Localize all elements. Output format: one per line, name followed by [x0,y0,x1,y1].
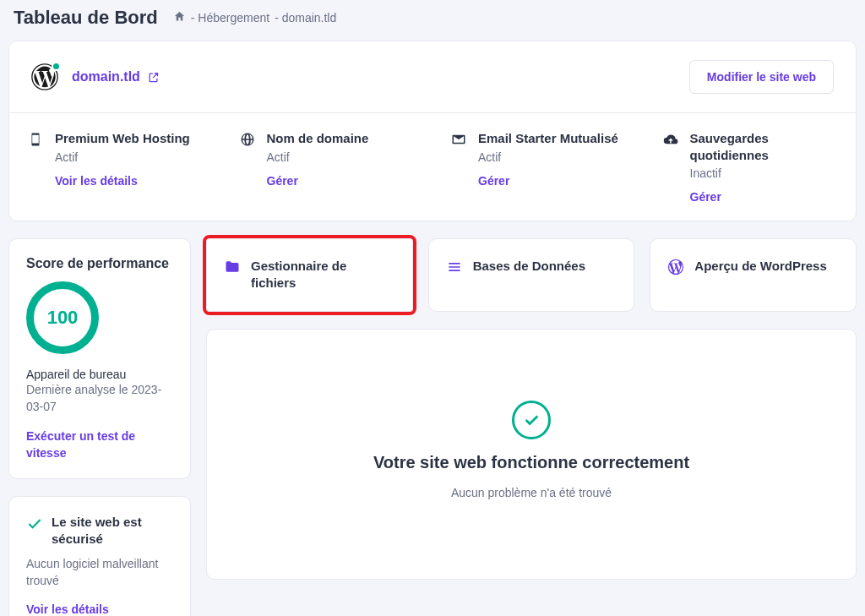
cloud-upload-icon [663,130,678,204]
folder-icon [224,259,241,275]
mail-icon [451,130,466,204]
security-details-link[interactable]: Voir les détails [26,601,109,616]
performance-last-scan: Dernière analyse le 2023-03-07 [26,381,173,416]
performance-device: Appareil de bureau [26,368,173,381]
tile-file-manager[interactable]: Gestionnaire de fichiers [206,238,413,312]
performance-panel: Score de performance 100 Appareil de bur… [8,238,191,479]
quick-tiles: Gestionnaire de fichiers Bases de Donnée… [206,238,857,312]
service-link[interactable]: Gérer [690,190,838,204]
tile-label: Bases de Données [473,258,585,275]
domain-card: domain.tld Modifier le site web Premium … [8,41,857,221]
page-title: Tableau de Bord [14,7,158,29]
external-link-icon [147,71,160,84]
domain-link[interactable]: domain.tld [72,69,160,84]
service-domain: Nom de domaine Actif Gérer [221,113,433,221]
tile-wordpress-overview[interactable]: Aperçu de WordPress [650,238,857,312]
service-backups: Sauvegardes quotidiennes Inactif Gérer [645,113,857,221]
service-hosting: Premium Web Hosting Actif Voir les détai… [9,113,221,221]
security-panel: Le site web est sécurisé Aucun logiciel … [8,496,191,616]
service-email: Email Starter Mutualisé Actif Gérer [432,113,645,221]
service-link[interactable]: Gérer [267,174,369,188]
service-title: Nom de domaine [267,130,369,147]
wordpress-icon [667,259,684,275]
service-status: Actif [55,150,190,164]
domain-name-text: domain.tld [72,69,140,84]
edit-site-button[interactable]: Modifier le site web [689,60,834,94]
page-header: Tableau de Bord - Hébergement - domain.t… [8,0,857,41]
service-link[interactable]: Gérer [478,174,618,188]
tile-databases[interactable]: Bases de Données [428,238,635,312]
phone-icon [28,130,43,204]
site-status-card: Votre site web fonctionne correctement A… [206,329,857,580]
services-row: Premium Web Hosting Actif Voir les détai… [9,112,856,221]
breadcrumb-seg[interactable]: - Hébergement [191,11,269,25]
run-speed-test-link[interactable]: Exécuter un test de vitesse [26,428,173,462]
service-status: Actif [478,150,618,164]
check-icon [26,515,43,532]
tile-label: Aperçu de WordPress [694,258,826,275]
breadcrumb-seg: - domain.tld [275,11,336,25]
service-status: Inactif [690,166,838,180]
performance-score: 100 [26,281,99,354]
service-title: Premium Web Hosting [55,130,190,147]
service-title: Sauvegardes quotidiennes [690,130,838,163]
service-link[interactable]: Voir les détails [55,174,190,188]
security-subtitle: Aucun logiciel malveillant trouvé [26,555,173,590]
home-icon[interactable] [173,10,186,25]
site-status-subtitle: Aucun problème n'a été trouvé [451,486,612,499]
service-title: Email Starter Mutualisé [478,130,618,147]
tile-label: Gestionnaire de fichiers [251,258,395,292]
globe-icon [240,130,255,204]
performance-heading: Score de performance [26,256,173,271]
service-status: Actif [267,150,369,164]
wordpress-icon [31,63,58,90]
breadcrumb: - Hébergement - domain.tld [173,10,337,25]
check-circle-icon [512,401,551,439]
security-title: Le site web est sécurisé [52,514,173,548]
database-icon [446,259,463,275]
status-dot-icon [52,62,61,71]
site-status-title: Votre site web fonctionne correctement [373,453,689,472]
